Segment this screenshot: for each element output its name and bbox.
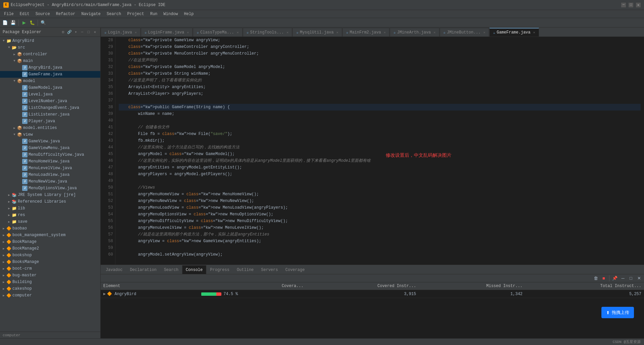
- tree-item-35[interactable]: ▶🔶boot-crm: [0, 265, 100, 272]
- tree-item-33[interactable]: ▶🔶bookshop: [0, 252, 100, 259]
- tab-close-2[interactable]: ✕: [237, 30, 239, 34]
- editor-tab-2[interactable]: ☕ClassTypeMa...✕: [193, 28, 242, 37]
- code-content[interactable]: class="kw">private GameView angryView; c…: [115, 37, 644, 265]
- tree-arrow-35[interactable]: ▶: [1, 267, 6, 271]
- tree-arrow-33[interactable]: ▶: [1, 254, 6, 257]
- tree-arrow-29[interactable]: ▶: [1, 227, 6, 230]
- tree-arrow-2[interactable]: ▼: [7, 46, 11, 49]
- tree-arrow-34[interactable]: ▶: [1, 260, 6, 264]
- tree-item-18[interactable]: JMenuDifficultyView.java: [0, 151, 100, 158]
- bottom-tab-coverage[interactable]: Coverage: [282, 265, 309, 274]
- tab-close-3[interactable]: ✕: [286, 30, 288, 34]
- editor-tab-1[interactable]: ☕LoginFrame.java✕: [141, 28, 193, 37]
- tree-item-6[interactable]: JGameFrame.java: [0, 71, 100, 78]
- tree-item-28[interactable]: ▶📁save: [0, 218, 100, 225]
- menu-item-edit[interactable]: Edit: [17, 11, 32, 17]
- tree-item-23[interactable]: JMenuOptionsView.java: [0, 185, 100, 192]
- tree-item-8[interactable]: JGameModel.java: [0, 84, 100, 91]
- menu-item-run[interactable]: Run: [148, 11, 160, 17]
- new-button[interactable]: 📄: [1, 19, 9, 26]
- tree-item-27[interactable]: ▶📁res: [0, 212, 100, 218]
- tab-close-5[interactable]: ✕: [384, 30, 386, 34]
- tree-item-13[interactable]: JPlayer.java: [0, 118, 100, 125]
- stop-button[interactable]: ■: [600, 275, 607, 282]
- debug-button[interactable]: 🐛: [29, 19, 36, 26]
- tree-item-14[interactable]: ▶📦model.entities: [0, 125, 100, 131]
- tree-item-34[interactable]: ▶🔶BooksManage: [0, 259, 100, 265]
- tree-item-16[interactable]: JGameView.java: [0, 138, 100, 145]
- tree-item-5[interactable]: JAngryBird.java: [0, 64, 100, 71]
- tree-item-30[interactable]: ▶🔶book_management_system: [0, 232, 100, 238]
- tree-item-24[interactable]: ▶📚JRE System Library [jre]: [0, 192, 100, 198]
- tree-arrow-38[interactable]: ▶: [1, 287, 6, 291]
- tree-arrow-30[interactable]: ▶: [1, 233, 6, 237]
- tree-item-3[interactable]: ▶📦controller: [0, 51, 100, 58]
- tree-arrow-4[interactable]: ▼: [12, 59, 17, 63]
- editor-tab-6[interactable]: ☕JMineArth.java✕: [390, 28, 439, 37]
- menu-item-refactor[interactable]: Refactor: [53, 11, 78, 17]
- tree-arrow-28[interactable]: ▶: [7, 220, 11, 224]
- menu-item-help[interactable]: Help: [181, 11, 197, 17]
- bottom-maximize-button[interactable]: □: [627, 275, 635, 282]
- tree-item-17[interactable]: JGameViewMenu.java: [0, 145, 100, 151]
- tree-item-39[interactable]: ▶🔶computer: [0, 292, 100, 299]
- editor-tab-5[interactable]: ☕MainFrm2.java✕: [342, 28, 389, 37]
- save-button[interactable]: 💾: [9, 19, 17, 26]
- editor-tab-7[interactable]: ☕JMineButton...✕: [440, 28, 489, 37]
- tree-item-20[interactable]: JMenuLevelView.java: [0, 165, 100, 171]
- tree-item-26[interactable]: ▶📁lib: [0, 205, 100, 212]
- minimize-panel-button[interactable]: ─: [79, 29, 85, 35]
- menu-item-project[interactable]: Project: [124, 11, 147, 17]
- row-expand-arrow-0[interactable]: ▶: [103, 292, 106, 296]
- tree-item-11[interactable]: JListChangedEvent.java: [0, 105, 100, 111]
- maximize-panel-button[interactable]: □: [86, 29, 91, 35]
- editor-tab-3[interactable]: ☕StringTools...✕: [243, 28, 292, 37]
- tree-item-29[interactable]: ▶🔶baobao: [0, 225, 100, 232]
- tree-arrow-36[interactable]: ▶: [1, 274, 6, 277]
- tree-item-9[interactable]: JLevel.java: [0, 91, 100, 98]
- tree-item-19[interactable]: JMenuHomeView.java: [0, 158, 100, 165]
- bottom-minimize-button[interactable]: ─: [619, 275, 627, 282]
- tree-item-25[interactable]: ▶📚Referenced Libraries: [0, 198, 100, 205]
- menu-item-source[interactable]: Source: [33, 11, 53, 17]
- tree-item-2[interactable]: ▼📂src: [0, 44, 100, 51]
- editor-tab-8[interactable]: ☕GameFrame.java✕: [489, 28, 539, 37]
- tree-item-38[interactable]: ▶🔶cakeshop: [0, 285, 100, 292]
- tree-arrow-26[interactable]: ▶: [7, 207, 11, 210]
- run-button[interactable]: ▶: [20, 19, 28, 26]
- close-panel-button[interactable]: ✕: [92, 29, 98, 35]
- tree-arrow-14[interactable]: ▶: [12, 126, 17, 130]
- table-row[interactable]: ▶🔶 AngryBird74.5 %3,9151,3425,257: [101, 290, 644, 298]
- bottom-close-button[interactable]: ✕: [635, 275, 643, 282]
- code-editor[interactable]: 2829303132333435363738394041424344454647…: [101, 37, 644, 265]
- bottom-tab-console[interactable]: Console: [182, 265, 206, 274]
- bottom-tab-outline[interactable]: Outline: [233, 265, 257, 274]
- tree-item-36[interactable]: ▶🔶bug-master: [0, 272, 100, 279]
- tab-close-0[interactable]: ✕: [135, 30, 137, 34]
- tree-item-7[interactable]: ▼📦model: [0, 78, 100, 84]
- bottom-tab-declaration[interactable]: Declaration: [126, 265, 160, 274]
- link-with-editor-button[interactable]: 🔗: [67, 29, 72, 35]
- tree-item-22[interactable]: JMenuNewView.java: [0, 178, 100, 185]
- tree-arrow-39[interactable]: ▶: [1, 294, 6, 297]
- bottom-tab-progress[interactable]: Progress: [206, 265, 233, 274]
- tree-arrow-31[interactable]: ▶: [1, 240, 6, 244]
- view-menu-button[interactable]: ▾: [73, 29, 78, 35]
- menu-item-search[interactable]: Search: [104, 11, 124, 17]
- bottom-tab-search[interactable]: Search: [160, 265, 182, 274]
- tree-arrow-1[interactable]: ▼: [1, 39, 6, 43]
- tree-arrow-32[interactable]: ▶: [1, 247, 6, 251]
- tab-close-8[interactable]: ✕: [533, 30, 535, 34]
- bottom-tab-servers[interactable]: Servers: [257, 265, 281, 274]
- tree-item-10[interactable]: JLevelNumber.java: [0, 98, 100, 105]
- pin-button[interactable]: 📌: [611, 275, 619, 282]
- tree-arrow-37[interactable]: ▶: [1, 280, 6, 284]
- close-button[interactable]: ✕: [636, 3, 641, 7]
- tree-item-15[interactable]: ▼📦view: [0, 131, 100, 138]
- collapse-all-button[interactable]: ⊟: [60, 29, 66, 35]
- minimize-button[interactable]: ─: [621, 3, 626, 7]
- tree-arrow-3[interactable]: ▶: [12, 53, 17, 56]
- menu-item-navigate[interactable]: Navigate: [78, 11, 103, 17]
- tree-arrow-25[interactable]: ▶: [7, 200, 11, 204]
- editor-tab-4[interactable]: ☕MysqlUtil.java✕: [292, 28, 342, 37]
